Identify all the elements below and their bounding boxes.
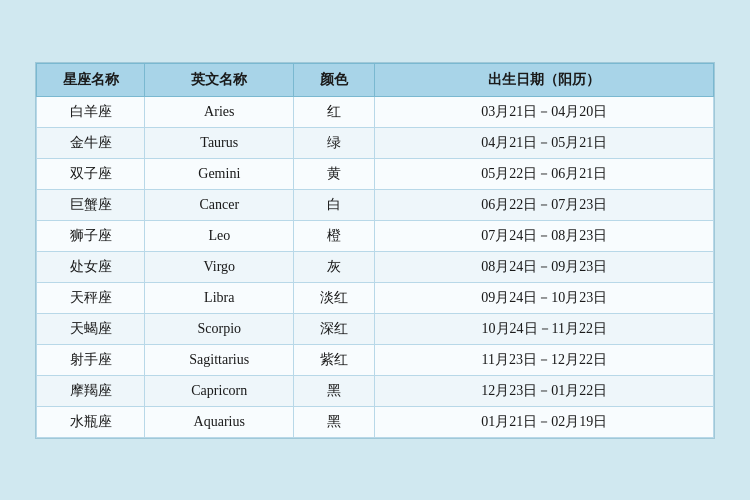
cell-date: 06月22日－07月23日: [375, 189, 714, 220]
cell-chinese: 巨蟹座: [37, 189, 145, 220]
cell-color: 灰: [294, 251, 375, 282]
cell-chinese: 天秤座: [37, 282, 145, 313]
cell-date: 01月21日－02月19日: [375, 406, 714, 437]
cell-color: 紫红: [294, 344, 375, 375]
cell-date: 10月24日－11月22日: [375, 313, 714, 344]
cell-english: Aquarius: [145, 406, 294, 437]
table-row: 天蝎座Scorpio深红10月24日－11月22日: [37, 313, 714, 344]
cell-color: 黄: [294, 158, 375, 189]
cell-chinese: 狮子座: [37, 220, 145, 251]
table-row: 射手座Sagittarius紫红11月23日－12月22日: [37, 344, 714, 375]
table-row: 水瓶座Aquarius黑01月21日－02月19日: [37, 406, 714, 437]
cell-chinese: 处女座: [37, 251, 145, 282]
cell-english: Sagittarius: [145, 344, 294, 375]
cell-english: Gemini: [145, 158, 294, 189]
table-row: 双子座Gemini黄05月22日－06月21日: [37, 158, 714, 189]
table-row: 金牛座Taurus绿04月21日－05月21日: [37, 127, 714, 158]
table-row: 白羊座Aries红03月21日－04月20日: [37, 96, 714, 127]
cell-date: 11月23日－12月22日: [375, 344, 714, 375]
cell-date: 05月22日－06月21日: [375, 158, 714, 189]
cell-english: Scorpio: [145, 313, 294, 344]
zodiac-table: 星座名称 英文名称 颜色 出生日期（阳历） 白羊座Aries红03月21日－04…: [36, 63, 714, 438]
table-row: 巨蟹座Cancer白06月22日－07月23日: [37, 189, 714, 220]
cell-english: Aries: [145, 96, 294, 127]
table-row: 处女座Virgo灰08月24日－09月23日: [37, 251, 714, 282]
cell-english: Cancer: [145, 189, 294, 220]
cell-chinese: 水瓶座: [37, 406, 145, 437]
table-header-row: 星座名称 英文名称 颜色 出生日期（阳历）: [37, 63, 714, 96]
header-date: 出生日期（阳历）: [375, 63, 714, 96]
cell-date: 09月24日－10月23日: [375, 282, 714, 313]
cell-chinese: 双子座: [37, 158, 145, 189]
header-chinese: 星座名称: [37, 63, 145, 96]
cell-date: 04月21日－05月21日: [375, 127, 714, 158]
cell-chinese: 摩羯座: [37, 375, 145, 406]
cell-color: 深红: [294, 313, 375, 344]
zodiac-table-container: 星座名称 英文名称 颜色 出生日期（阳历） 白羊座Aries红03月21日－04…: [35, 62, 715, 439]
cell-color: 淡红: [294, 282, 375, 313]
header-english: 英文名称: [145, 63, 294, 96]
cell-color: 橙: [294, 220, 375, 251]
cell-english: Virgo: [145, 251, 294, 282]
header-color: 颜色: [294, 63, 375, 96]
table-row: 狮子座Leo橙07月24日－08月23日: [37, 220, 714, 251]
cell-chinese: 天蝎座: [37, 313, 145, 344]
cell-chinese: 金牛座: [37, 127, 145, 158]
cell-color: 绿: [294, 127, 375, 158]
cell-color: 黑: [294, 375, 375, 406]
cell-english: Taurus: [145, 127, 294, 158]
table-row: 摩羯座Capricorn黑12月23日－01月22日: [37, 375, 714, 406]
cell-english: Leo: [145, 220, 294, 251]
cell-date: 03月21日－04月20日: [375, 96, 714, 127]
cell-date: 07月24日－08月23日: [375, 220, 714, 251]
cell-english: Capricorn: [145, 375, 294, 406]
cell-chinese: 射手座: [37, 344, 145, 375]
cell-date: 08月24日－09月23日: [375, 251, 714, 282]
cell-english: Libra: [145, 282, 294, 313]
cell-date: 12月23日－01月22日: [375, 375, 714, 406]
table-row: 天秤座Libra淡红09月24日－10月23日: [37, 282, 714, 313]
cell-color: 黑: [294, 406, 375, 437]
cell-color: 红: [294, 96, 375, 127]
cell-color: 白: [294, 189, 375, 220]
cell-chinese: 白羊座: [37, 96, 145, 127]
